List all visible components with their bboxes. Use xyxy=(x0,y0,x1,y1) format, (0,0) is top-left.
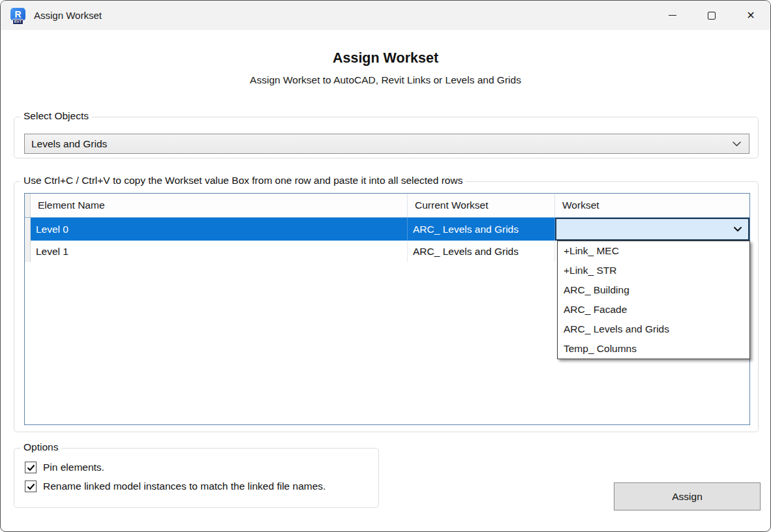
window-controls: ✕ xyxy=(653,1,770,30)
page-title: Assign Workset xyxy=(1,50,770,66)
close-icon: ✕ xyxy=(746,10,755,21)
pin-elements-checkbox-row[interactable]: Pin elements. xyxy=(25,462,104,473)
cell-element-name[interactable]: Level 1 xyxy=(31,241,408,262)
cell-element-name[interactable]: Level 0 xyxy=(31,218,408,241)
minimize-button[interactable] xyxy=(653,1,692,30)
row-header[interactable] xyxy=(25,241,31,262)
select-objects-group: Select Objects Levels and Grids xyxy=(14,117,759,158)
cell-workset xyxy=(555,218,749,241)
page-subtitle: Assign Workset to AutoCAD, Revit Links o… xyxy=(1,74,770,86)
row-header-spacer xyxy=(25,194,31,217)
dropdown-option[interactable]: ARC_ Building xyxy=(558,280,749,300)
dropdown-option[interactable]: +Link_ STR xyxy=(558,261,749,280)
table-row-level-0[interactable]: Level 0 ARC_ Levels and Grids xyxy=(25,218,749,241)
dropdown-option[interactable]: +Link_ MEC xyxy=(558,241,749,261)
assign-button[interactable]: Assign xyxy=(614,482,761,510)
chevron-down-icon xyxy=(734,227,742,232)
window-title: Assign Workset xyxy=(34,10,102,21)
column-header-element-name[interactable]: Element Name xyxy=(31,194,408,217)
maximize-button[interactable] xyxy=(692,1,731,30)
checkbox-checked[interactable] xyxy=(25,480,37,492)
options-label: Options xyxy=(20,441,61,453)
rename-instances-checkbox-row[interactable]: Rename linked model instances to match t… xyxy=(25,480,325,492)
checkmark-icon xyxy=(27,464,35,471)
select-objects-dropdown[interactable]: Levels and Grids xyxy=(24,134,749,154)
titlebar: R RVT Assign Workset ✕ xyxy=(1,1,770,30)
close-button[interactable]: ✕ xyxy=(731,1,770,30)
cell-current-workset[interactable]: ARC_ Levels and Grids xyxy=(408,218,555,241)
select-objects-value: Levels and Grids xyxy=(31,138,107,150)
checkbox-label: Pin elements. xyxy=(43,462,104,473)
revit-logo-badge: RVT xyxy=(12,19,23,25)
revit-app-icon: R RVT xyxy=(10,7,26,25)
workset-table: Element Name Current Workset Workset Lev… xyxy=(24,193,750,425)
checkbox-checked[interactable] xyxy=(25,462,37,473)
checkmark-icon xyxy=(27,483,35,490)
checkbox-label: Rename linked model instances to match t… xyxy=(43,480,325,492)
workset-table-group-label: Use Ctrl+C / Ctrl+V to copy the Workset … xyxy=(20,175,466,186)
column-header-workset[interactable]: Workset xyxy=(555,194,749,217)
chevron-down-icon xyxy=(733,141,741,147)
maximize-icon xyxy=(708,12,716,20)
workset-dropdown-list: +Link_ MEC +Link_ STR ARC_ Building ARC_… xyxy=(557,241,750,359)
options-group: Options Pin elements. Rename linked mode… xyxy=(14,448,379,508)
workset-cell-combobox[interactable] xyxy=(555,218,749,241)
minimize-icon xyxy=(669,15,676,16)
assign-workset-dialog: R RVT Assign Workset ✕ Assign Workset As… xyxy=(0,0,771,532)
table-header-row: Element Name Current Workset Workset xyxy=(25,194,749,218)
dropdown-option[interactable]: ARC_ Facade xyxy=(558,300,749,319)
dropdown-option[interactable]: ARC_ Levels and Grids xyxy=(558,319,749,339)
cell-current-workset[interactable]: ARC_ Levels and Grids xyxy=(408,241,555,262)
workset-table-group: Use Ctrl+C / Ctrl+V to copy the Workset … xyxy=(14,181,759,432)
column-header-current-workset[interactable]: Current Workset xyxy=(408,194,555,217)
select-objects-label: Select Objects xyxy=(20,110,92,122)
row-header[interactable] xyxy=(25,218,31,241)
dropdown-option[interactable]: Temp_ Columns xyxy=(558,339,749,359)
